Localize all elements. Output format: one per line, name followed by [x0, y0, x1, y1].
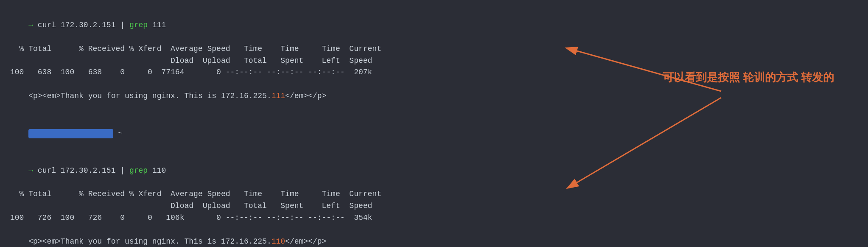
- blurred-content: [28, 129, 113, 138]
- curl-cmd-2: curl 172.30.2.151 |: [33, 166, 129, 175]
- result-num-2: 110: [272, 237, 285, 246]
- grep-arg-2: 110: [148, 166, 166, 175]
- prompt-arrow-2: →: [28, 166, 33, 175]
- header-line-1a: % Total % Received % Xferd Average Speed…: [10, 43, 858, 55]
- grep-cmd-1: grep: [129, 21, 148, 29]
- terminal-window: → curl 172.30.2.151 | grep 111 % Total %…: [0, 0, 868, 247]
- header-line-2a: % Total % Received % Xferd Average Speed…: [10, 188, 858, 200]
- header-line-1b: Dload Upload Total Spent Left Speed: [10, 55, 858, 67]
- grep-cmd-2: grep: [129, 166, 148, 175]
- command-line-1: → curl 172.30.2.151 | grep 111: [10, 8, 858, 43]
- result-text-2: <p><em>Thank you for using nginx. This i…: [28, 237, 272, 246]
- result-line-2: <p><em>Thank you for using nginx. This i…: [10, 224, 858, 247]
- result-end-2: </em></p>: [285, 237, 326, 246]
- result-num-1: 111: [272, 92, 285, 100]
- result-text-1: <p><em>Thank you for using nginx. This i…: [28, 92, 272, 100]
- command-line-2: → curl 172.30.2.151 | grep 110: [10, 153, 858, 189]
- data-row-2: 100 726 100 726 0 0 106k 0 --:--:-- --:-…: [10, 212, 858, 224]
- data-row-1: 100 638 100 638 0 0 77164 0 --:--:-- --:…: [10, 67, 858, 79]
- curl-cmd-1: curl 172.30.2.151 |: [33, 21, 129, 29]
- grep-arg-1: 111: [148, 21, 166, 29]
- header-line-2b: Dload Upload Total Spent Left Speed: [10, 200, 858, 212]
- result-end-1: </em></p>: [285, 92, 326, 100]
- tilde: ~: [113, 129, 123, 138]
- separator-line: ~: [10, 116, 858, 152]
- result-line-1: <p><em>Thank you for using nginx. This i…: [10, 79, 858, 114]
- prompt-arrow-1: →: [28, 21, 33, 29]
